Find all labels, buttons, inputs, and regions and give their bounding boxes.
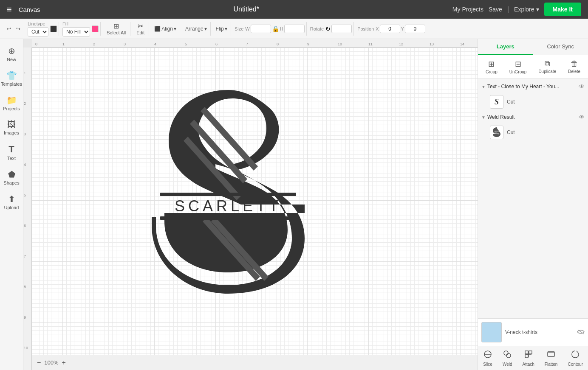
lock-icon[interactable]: 🔒 [272, 25, 279, 32]
x-label: X [376, 26, 379, 31]
sidebar-item-text[interactable]: T Text [1, 140, 22, 164]
tab-layers[interactable]: Layers [478, 39, 533, 55]
duplicate-button[interactable]: ⧉ Duplicate [535, 58, 560, 76]
align-icon: ⬛ [154, 26, 161, 32]
slice-icon [483, 350, 492, 361]
fill-group: Fill No Fill [61, 22, 101, 36]
flatten-label: Flatten [545, 362, 558, 367]
layer-group-weld[interactable]: ▼ Weld Result 👁 [478, 111, 588, 123]
align-button[interactable]: ⬛ Align ▾ [153, 24, 178, 34]
ungroup-icon: ⊟ [515, 59, 521, 69]
arrange-chevron-icon: ▾ [204, 26, 207, 32]
templates-icon: 👕 [6, 70, 17, 81]
svg-point-10 [506, 353, 511, 358]
redo-button[interactable]: ↪ [14, 24, 22, 34]
explore-link[interactable]: Explore ▾ [514, 6, 539, 13]
design-element[interactable]: SCARLETT [139, 81, 317, 321]
edit-group: ✂ Edit [132, 22, 149, 36]
svg-rect-11 [525, 351, 528, 354]
flip-label: Flip [216, 26, 224, 32]
fill-select[interactable]: No Fill [62, 27, 90, 36]
toolbar: ↩ ↪ Linetype Cut Fill No Fill ⊞ Select A… [0, 19, 588, 39]
width-input[interactable] [251, 25, 271, 33]
canvas-content[interactable]: SCARLETT [32, 48, 478, 355]
svg-rect-0 [160, 193, 296, 196]
fill-label: Fill [62, 21, 90, 26]
weld-icon [503, 350, 512, 361]
sidebar-item-images[interactable]: 🖼 Images [1, 116, 22, 139]
document-title: Untitled* [47, 6, 446, 13]
zoom-in-button[interactable]: + [62, 359, 66, 367]
attach-icon [524, 350, 533, 361]
position-label: Position [357, 26, 374, 31]
undo-redo-group: ↩ ↪ [3, 22, 24, 36]
linetype-select[interactable]: Cut [28, 27, 48, 36]
make-it-button[interactable]: Make It [544, 3, 581, 16]
sidebar-item-projects[interactable]: 📁 Projects [1, 92, 22, 115]
flip-button[interactable]: Flip ▾ [214, 24, 229, 34]
layer-group-text[interactable]: ▼ Text - Close to My Heart - You... 👁 [478, 81, 588, 92]
duplicate-icon: ⧉ [545, 59, 550, 68]
sidebar-item-new[interactable]: ⊕ New [1, 42, 22, 65]
layer-item-weld[interactable]: Cut [478, 123, 588, 142]
layers-content: ▼ Text - Close to My Heart - You... 👁 S … [478, 79, 588, 318]
select-all-button[interactable]: ⊞ Select All [104, 21, 128, 36]
save-button[interactable]: Save [489, 6, 502, 13]
nav-right: My Projects Save | Explore ▾ Make It [452, 3, 581, 16]
zoom-percentage: 100% [44, 359, 58, 366]
sidebar-item-shapes[interactable]: ⬟ Shapes [1, 166, 22, 189]
arrange-button[interactable]: Arrange ▾ [184, 24, 209, 34]
group-icon: ⊞ [488, 59, 495, 69]
layer-group-weld-eye-icon[interactable]: 👁 [579, 114, 585, 121]
sidebar-item-templates[interactable]: 👕 Templates [1, 67, 22, 90]
edit-button[interactable]: ✂ Edit [134, 21, 147, 36]
height-input[interactable] [284, 25, 305, 33]
x-input[interactable] [380, 25, 400, 33]
linetype-group: Linetype Cut [26, 22, 59, 36]
size-label: Size [235, 26, 243, 31]
rotate-label: Rotate [310, 26, 324, 31]
sidebar-item-upload[interactable]: ⬆ Upload [1, 191, 22, 213]
flip-group: Flip ▾ [212, 22, 231, 36]
ruler-left: 1 2 3 4 5 6 7 8 9 10 [23, 48, 32, 370]
align-group: ⬛ Align ▾ [151, 22, 180, 36]
select-all-icon: ⊞ [113, 22, 119, 30]
undo-button[interactable]: ↩ [5, 24, 13, 34]
zoom-out-button[interactable]: − [37, 359, 41, 367]
shapes-icon: ⬟ [8, 169, 15, 179]
layer-group-weld-title: Weld Result [487, 114, 577, 120]
delete-button[interactable]: 🗑 Delete [565, 58, 584, 76]
my-projects-link[interactable]: My Projects [452, 6, 483, 13]
ungroup-button[interactable]: ⊟ UnGroup [506, 58, 530, 76]
slice-button[interactable]: Slice [480, 348, 496, 368]
rotate-icon: ↻ [325, 25, 331, 32]
attach-button[interactable]: Attach [519, 348, 538, 368]
group-label: Group [486, 70, 498, 74]
rotate-input[interactable] [331, 25, 352, 33]
weld-label: Weld [503, 362, 512, 367]
flatten-button[interactable]: Flatten [541, 348, 561, 368]
contour-button[interactable]: Contour [564, 348, 586, 368]
layer-group-text-eye-icon[interactable]: 👁 [579, 83, 585, 90]
position-group: Position X Y [356, 22, 427, 36]
mat-eye-icon[interactable] [577, 329, 585, 336]
tab-color-sync[interactable]: Color Sync [533, 39, 588, 55]
weld-chevron-icon: ▼ [481, 115, 486, 120]
fill-color[interactable] [92, 25, 99, 32]
panel-tabs: Layers Color Sync [478, 39, 588, 55]
hamburger-menu[interactable]: ≡ [7, 5, 12, 14]
upload-icon: ⬆ [8, 194, 15, 204]
group-chevron-icon: ▼ [481, 84, 486, 89]
arrange-group: Arrange ▾ [182, 22, 211, 36]
weld-button[interactable]: Weld [499, 348, 516, 368]
images-icon: 🖼 [7, 120, 16, 129]
y-input[interactable] [405, 25, 425, 33]
canvas-area[interactable]: 0 1 2 3 4 5 6 7 8 9 10 11 12 13 14 1 2 [23, 39, 478, 370]
contour-label: Contour [568, 362, 583, 367]
main-area: ⊕ New 👕 Templates 📁 Projects 🖼 Images T … [0, 39, 588, 370]
linetype-color[interactable] [50, 25, 57, 32]
layer-item-text-s[interactable]: S Cut [478, 92, 588, 111]
group-button[interactable]: ⊞ Group [482, 58, 501, 76]
linetype-label: Linetype [28, 21, 48, 26]
h-label: H [280, 26, 283, 31]
